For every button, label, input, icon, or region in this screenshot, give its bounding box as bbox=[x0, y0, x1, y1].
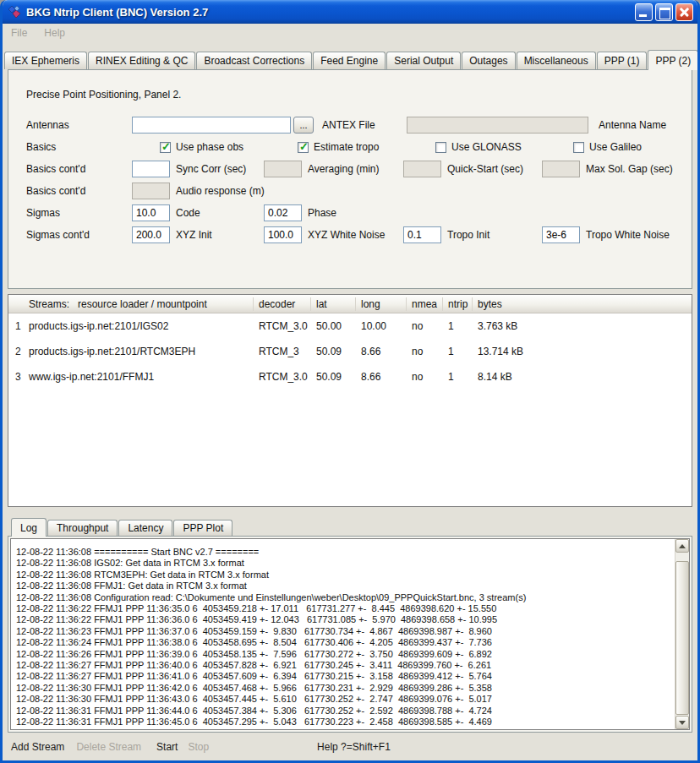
header-nmea: nmea bbox=[407, 297, 443, 311]
stop-button: Stop bbox=[188, 741, 209, 753]
log-line: 12-08-22 11:36:22 FFMJ1 PPP 11:36:35.0 6… bbox=[16, 603, 673, 614]
use-galileo-group: Use Galileo bbox=[573, 141, 700, 153]
row-number: 3 bbox=[8, 371, 24, 383]
cell-long: 8.66 bbox=[356, 346, 407, 357]
panel-description: Precise Point Positioning, Panel 2. bbox=[26, 89, 681, 101]
tab-ppp-plot[interactable]: PPP Plot bbox=[173, 520, 232, 536]
cell-ntrip: 1 bbox=[443, 346, 473, 357]
help-shortcut-label: Help ?=Shift+F1 bbox=[317, 741, 391, 753]
log-line: 12-08-22 11:36:24 FFMJ1 PPP 11:36:38.0 6… bbox=[16, 637, 673, 648]
ppp2-panel: Precise Point Positioning, Panel 2. Ante… bbox=[8, 69, 692, 289]
tab-outages[interactable]: Outages bbox=[462, 52, 515, 69]
cell-ntrip: 1 bbox=[443, 320, 473, 332]
minimize-button[interactable] bbox=[635, 3, 653, 21]
table-row[interactable]: 1 products.igs-ip.net:2101/IGS02 RTCM_3.… bbox=[8, 313, 692, 339]
window-title: BKG Ntrip Client (BNC) Version 2.7 bbox=[26, 6, 632, 19]
tab-miscellaneous[interactable]: Miscellaneous bbox=[517, 52, 596, 69]
streams-table-header: Streams: resource loader / mountpoint de… bbox=[8, 295, 692, 313]
antenna-name-label: Antenna Name bbox=[599, 119, 666, 131]
cell-long: 8.66 bbox=[356, 371, 407, 383]
sigmas-label: Sigmas bbox=[26, 207, 132, 219]
status-bar: Add Stream Delete Stream Start Stop Help… bbox=[3, 733, 697, 760]
menu-file[interactable]: File bbox=[11, 27, 27, 39]
main-tab-bar: IEX Ephemeris RINEX Editing & QC Broadca… bbox=[3, 49, 697, 69]
log-line: 12-08-22 11:36:08 RTCM3EPH: Get data in … bbox=[16, 570, 673, 580]
basics-label: Basics bbox=[26, 141, 132, 153]
basics-row: Basics Use phase obs Estimate tropo Use … bbox=[26, 136, 681, 158]
close-button[interactable] bbox=[675, 3, 693, 21]
tab-rinex-editing-qc[interactable]: RINEX Editing & QC bbox=[88, 52, 195, 69]
cell-bytes: 13.714 kB bbox=[473, 346, 692, 357]
tab-ppp-1[interactable]: PPP (1) bbox=[597, 52, 648, 69]
basics-contd-label: Basics cont'd bbox=[26, 163, 132, 175]
tab-feed-engine[interactable]: Feed Engine bbox=[313, 52, 386, 69]
antex-browse-button[interactable]: ... bbox=[293, 117, 314, 134]
log-box: 12-08-22 11:36:08 ========== Start BNC v… bbox=[10, 538, 690, 730]
header-lat: lat bbox=[311, 297, 356, 311]
quick-start-input bbox=[403, 161, 441, 177]
cell-nmea: no bbox=[407, 371, 443, 383]
table-row[interactable]: 2 products.igs-ip.net:2101/RTCM3EPH RTCM… bbox=[8, 339, 692, 364]
sigmas-contd-row: Sigmas cont'd XYZ Init XYZ White Noise T… bbox=[26, 224, 681, 246]
use-galileo-label: Use Galileo bbox=[589, 141, 642, 153]
tropo-white-noise-label: Tropo White Noise bbox=[586, 229, 670, 241]
cell-nmea: no bbox=[407, 346, 443, 357]
log-line: 12-08-22 11:36:27 FFMJ1 PPP 11:36:40.0 6… bbox=[16, 660, 673, 671]
header-mountpoint: Streams: resource loader / mountpoint bbox=[8, 297, 254, 311]
log-line: 12-08-22 11:36:08 ========== Start BNC v… bbox=[16, 547, 673, 558]
tropo-white-noise-input[interactable] bbox=[542, 226, 580, 243]
tropo-init-input[interactable] bbox=[403, 226, 441, 243]
use-galileo-checkbox[interactable] bbox=[573, 142, 584, 153]
delete-stream-button: Delete Stream bbox=[76, 741, 141, 753]
log-line: 12-08-22 11:36:08 IGS02: Get data in RTC… bbox=[16, 558, 673, 569]
use-phase-obs-checkbox[interactable] bbox=[160, 142, 171, 153]
tab-serial-output[interactable]: Serial Output bbox=[386, 52, 461, 69]
row-number: 2 bbox=[8, 346, 24, 357]
menu-help[interactable]: Help bbox=[44, 27, 65, 39]
scrollbar-thumb[interactable] bbox=[675, 561, 689, 715]
app-window: BKG Ntrip Client (BNC) Version 2.7 File … bbox=[0, 0, 700, 763]
cell-decoder: RTCM_3.0 bbox=[254, 320, 311, 332]
header-long: long bbox=[356, 297, 407, 311]
averaging-label: Averaging (min) bbox=[308, 163, 403, 175]
use-glonass-group: Use GLONASS bbox=[435, 141, 573, 153]
maximize-button[interactable] bbox=[655, 3, 673, 21]
antennas-input[interactable] bbox=[132, 117, 291, 134]
log-line: 12-08-22 11:36:22 FFMJ1 PPP 11:36:36.0 6… bbox=[16, 614, 673, 625]
log-text: 12-08-22 11:36:08 ========== Start BNC v… bbox=[11, 539, 675, 729]
tab-broadcast-corrections[interactable]: Broadcast Corrections bbox=[196, 52, 312, 69]
use-glonass-checkbox[interactable] bbox=[435, 142, 446, 153]
antennas-row: Antennas ... ANTEX File Antenna Name bbox=[26, 114, 681, 136]
bottom-tab-bar: Log Throughput Latency PPP Plot bbox=[11, 517, 697, 536]
log-line: 12-08-22 11:36:31 FFMJ1 PPP 11:36:44.0 6… bbox=[16, 706, 673, 717]
cell-nmea: no bbox=[407, 320, 443, 332]
xyz-init-input[interactable] bbox=[132, 226, 170, 243]
sigma-phase-input[interactable] bbox=[264, 204, 302, 221]
cell-mountpoint: www.igs-ip.net:2101/FFMJ1 bbox=[24, 371, 254, 383]
add-stream-button[interactable]: Add Stream bbox=[11, 741, 64, 753]
tab-throughput[interactable]: Throughput bbox=[47, 520, 118, 536]
log-line: 12-08-22 11:36:30 FFMJ1 PPP 11:36:43.0 6… bbox=[16, 694, 673, 705]
tab-latency[interactable]: Latency bbox=[118, 520, 172, 536]
log-line: 12-08-22 11:36:23 FFMJ1 PPP 11:36:37.0 6… bbox=[16, 626, 673, 637]
sigma-code-input[interactable] bbox=[132, 204, 170, 221]
sync-corr-input[interactable] bbox=[132, 161, 170, 177]
tab-ppp-2[interactable]: PPP (2) bbox=[648, 50, 698, 70]
tab-log[interactable]: Log bbox=[11, 518, 46, 537]
tab-iex-ephemeris[interactable]: IEX Ephemeris bbox=[4, 52, 87, 69]
header-ntrip: ntrip bbox=[443, 297, 473, 311]
log-scrollbar[interactable] bbox=[675, 539, 689, 729]
antex-file-label: ANTEX File bbox=[322, 119, 407, 131]
sigmas-row: Sigmas Code Phase bbox=[26, 202, 681, 224]
scroll-up-icon[interactable] bbox=[675, 539, 689, 553]
title-bar[interactable]: BKG Ntrip Client (BNC) Version 2.7 bbox=[3, 0, 697, 24]
sigmas-contd-label: Sigmas cont'd bbox=[26, 229, 132, 241]
xyz-white-noise-input[interactable] bbox=[264, 226, 302, 243]
log-line: 12-08-22 11:36:26 FFMJ1 PPP 11:36:39.0 6… bbox=[16, 649, 673, 660]
scroll-down-icon[interactable] bbox=[675, 716, 689, 729]
table-row[interactable]: 3 www.igs-ip.net:2101/FFMJ1 RTCM_3.0 50.… bbox=[8, 364, 692, 390]
start-button[interactable]: Start bbox=[156, 741, 178, 753]
audio-response-input bbox=[132, 183, 170, 199]
xyz-init-label: XYZ Init bbox=[176, 229, 264, 241]
estimate-tropo-checkbox[interactable] bbox=[298, 142, 309, 153]
